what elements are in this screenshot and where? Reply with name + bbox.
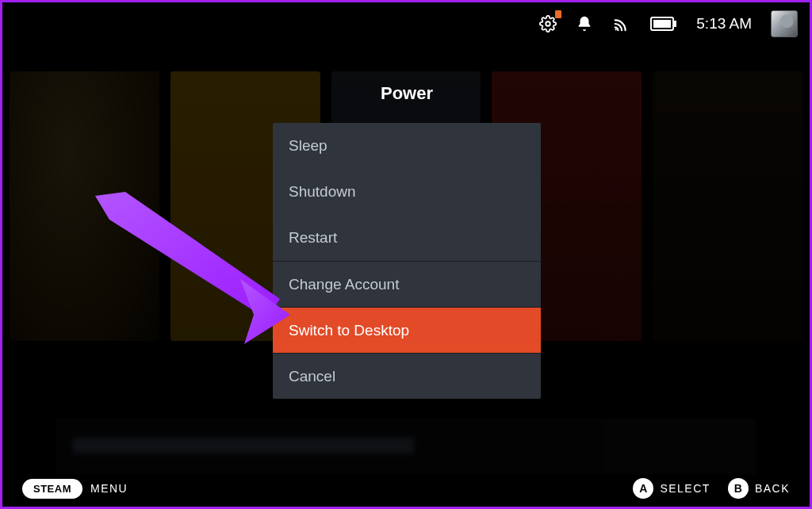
avatar[interactable]: [771, 10, 798, 37]
svg-point-1: [615, 29, 617, 30]
menu-item-shutdown[interactable]: Shutdown: [273, 169, 541, 215]
b-button-icon: B: [728, 478, 749, 499]
bell-icon[interactable]: [576, 15, 593, 33]
hint-select-label: SELECT: [660, 482, 710, 495]
power-menu: Sleep Shutdown Restart Change Account Sw…: [273, 123, 541, 399]
hint-back: B BACK: [728, 478, 790, 499]
power-dialog: Power Sleep Shutdown Restart Change Acco…: [273, 83, 541, 399]
menu-item-cancel[interactable]: Cancel: [273, 353, 541, 399]
status-bar: 5:13 AM: [539, 11, 798, 36]
background-caption: [56, 419, 756, 474]
menu-button[interactable]: MENU: [90, 482, 128, 495]
hint-back-label: BACK: [755, 482, 790, 495]
svg-rect-3: [653, 20, 671, 28]
cast-icon[interactable]: [612, 15, 631, 33]
menu-item-change-account[interactable]: Change Account: [273, 261, 541, 307]
hint-select: A SELECT: [633, 478, 710, 499]
battery-icon: [650, 16, 677, 32]
clock: 5:13 AM: [696, 15, 752, 33]
svg-rect-4: [674, 21, 676, 27]
menu-item-sleep[interactable]: Sleep: [273, 123, 541, 169]
svg-point-0: [546, 21, 551, 26]
menu-item-restart[interactable]: Restart: [273, 215, 541, 261]
footer: STEAM MENU A SELECT B BACK: [0, 468, 812, 509]
settings-icon[interactable]: [539, 15, 557, 33]
dialog-title: Power: [273, 83, 541, 104]
steam-button[interactable]: STEAM: [22, 479, 82, 499]
menu-item-switch-to-desktop[interactable]: Switch to Desktop: [273, 307, 541, 353]
a-button-icon: A: [633, 478, 653, 499]
